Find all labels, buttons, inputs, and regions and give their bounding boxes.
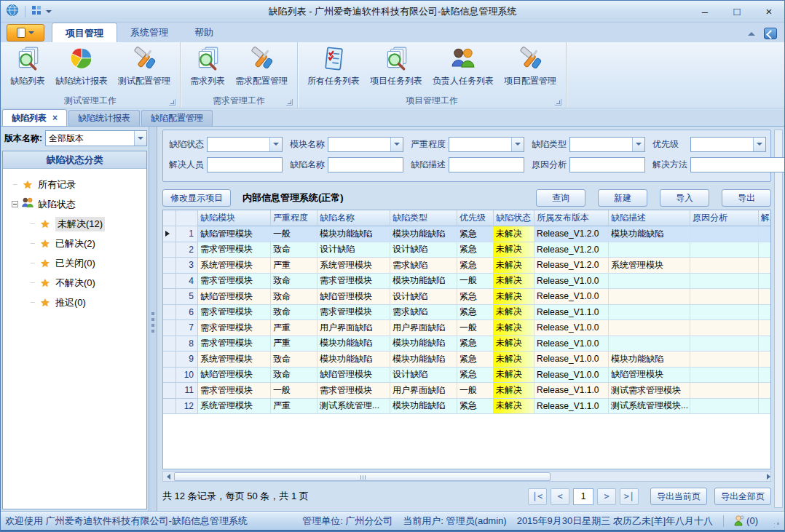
ribbon-button-测试配置管理[interactable]: 测试配置管理 <box>113 44 175 89</box>
tree-connector: ┈ <box>28 239 38 247</box>
tree-collapse-icon[interactable] <box>12 201 18 207</box>
application-menu-button[interactable] <box>7 24 44 41</box>
document-tab-缺陷统计报表[interactable]: 缺陷统计报表 <box>68 110 140 126</box>
combo-arrow-icon[interactable] <box>632 138 644 151</box>
close-button[interactable]: × <box>761 4 777 20</box>
export-current-page-button[interactable]: 导出当前页 <box>650 488 707 505</box>
table-row[interactable]: 12系统管理模块严重测试系统管理...模块功能缺陷紧急未解决Release_V1… <box>163 399 770 415</box>
scroll-left-icon[interactable] <box>163 472 174 481</box>
menu-tab-项目管理[interactable]: 项目管理 <box>52 23 117 42</box>
first-page-button[interactable]: |< <box>528 488 547 505</box>
filter-combo-严重程度[interactable] <box>449 137 524 152</box>
combo-arrow-icon[interactable] <box>390 138 403 151</box>
table-row[interactable]: 8需求管理模块严重模块功能缺陷模块功能缺陷紧急未解决Release_V1.0.0 <box>163 336 770 352</box>
tree-item-所有记录[interactable]: ┈★所有记录 <box>3 175 146 194</box>
cell-优先级: 紧急 <box>457 352 494 368</box>
tree-item-已关闭(0)[interactable]: ┈★已关闭(0) <box>3 253 146 273</box>
cell-严重程度: 严重 <box>271 320 317 336</box>
prev-page-button[interactable]: < <box>551 488 569 505</box>
version-combo-arrow-icon[interactable] <box>134 131 146 146</box>
action-button-查询[interactable]: 查询 <box>536 189 585 207</box>
filter-input-解决方法[interactable] <box>690 157 785 172</box>
combo-arrow-icon[interactable] <box>511 138 524 151</box>
filter-input-缺陷描述[interactable] <box>449 157 524 172</box>
action-button-导出[interactable]: 导出 <box>722 189 771 207</box>
filter-input-缺陷名称[interactable] <box>328 157 403 172</box>
filter-input-解决人员[interactable] <box>207 157 283 172</box>
tree-connector: ┈ <box>28 279 38 287</box>
column-header-缺陷描述[interactable]: 缺陷描述 <box>609 210 690 226</box>
action-button-导入[interactable]: 导入 <box>660 189 709 207</box>
ribbon-button-缺陷列表[interactable]: 缺陷列表 <box>5 44 50 89</box>
dialog-launcher-icon[interactable] <box>286 99 293 106</box>
sidebar-splitter[interactable] <box>149 127 157 511</box>
table-row[interactable]: 7需求管理模块严重用户界面缺陷用户界面缺陷一般未解决Release_V1.0.0 <box>163 320 770 336</box>
ribbon-button-需求配置管理[interactable]: 需求配置管理 <box>230 44 293 89</box>
modify-columns-button[interactable]: 修改显示项目 <box>162 189 231 207</box>
dialog-launcher-icon[interactable] <box>169 99 175 106</box>
table-row[interactable]: 10缺陷管理模块致命缺陷管理模块设计缺陷紧急未解决Release_V1.0.0缺… <box>163 368 770 384</box>
table-row[interactable]: 5缺陷管理模块致命缺陷管理模块设计缺陷紧急未解决Release_V1.0.0 <box>163 289 770 305</box>
export-all-pages-button[interactable]: 导出全部页 <box>714 488 771 505</box>
filter-combo-优先级[interactable] <box>690 137 766 152</box>
column-header-严重程度[interactable]: 严重程度 <box>271 210 317 226</box>
ribbon-button-项目配置管理[interactable]: 项目配置管理 <box>499 44 561 89</box>
quick-access-caret-icon[interactable] <box>46 10 52 13</box>
column-header-缺陷模块[interactable]: 缺陷模块 <box>198 210 271 226</box>
collapse-ribbon-icon[interactable] <box>748 32 755 36</box>
tree-item-推迟(0)[interactable]: ┈★推迟(0) <box>3 293 146 312</box>
current-user-text: 当前用户: 管理员(admin) <box>403 515 506 528</box>
action-button-新建[interactable]: 新建 <box>598 189 647 207</box>
page-number-input[interactable] <box>573 488 593 505</box>
table-row[interactable]: 6需求管理模块致命需求管理模块需求缺陷紧急未解决Release_V1.1.0 <box>163 305 770 321</box>
ribbon-button-负责人任务列表[interactable]: 负责人任务列表 <box>427 44 499 89</box>
last-page-button[interactable]: >| <box>620 488 639 505</box>
filter-combo-缺陷类型[interactable] <box>569 137 645 152</box>
table-row[interactable]: 9系统管理模块致命模块功能缺陷模块功能缺陷紧急未解决Release_V1.0.0… <box>163 352 770 368</box>
table-row[interactable]: 2需求管理模块致命设计缺陷设计缺陷紧急未解决Release_V1.2.0 <box>163 242 770 258</box>
column-header-优先级[interactable]: 优先级 <box>457 210 494 226</box>
table-row[interactable]: 1缺陷管理模块一般模块功能缺陷模块功能缺陷紧急未解决Release_V1.2.0… <box>163 226 770 242</box>
tree-item-不解决(0)[interactable]: ┈★不解决(0) <box>3 273 146 293</box>
filter-combo-模块名称[interactable] <box>328 137 403 152</box>
ribbon-button-需求列表[interactable]: 需求列表 <box>185 44 230 89</box>
ribbon-button-项目任务列表[interactable]: 项目任务列表 <box>365 44 427 89</box>
minimize-button[interactable]: – <box>697 4 713 20</box>
table-row[interactable]: 3系统管理模块严重系统管理模块需求缺陷紧急未解决Release_V1.2.0系统… <box>163 258 770 274</box>
menu-tab-系统管理[interactable]: 系统管理 <box>117 23 181 42</box>
document-tab-缺陷配置管理[interactable]: 缺陷配置管理 <box>141 110 213 126</box>
ribbon-button-所有任务列表[interactable]: 所有任务列表 <box>302 44 365 89</box>
cell-所属发布版本: Release_V1.1.0 <box>534 305 609 321</box>
about-app-icon[interactable] <box>764 28 777 39</box>
column-header-缺陷名称[interactable]: 缺陷名称 <box>317 210 390 226</box>
table-row[interactable]: 11需求管理模块一般需求管理模块用户界面缺陷一般未解决Release_V1.1.… <box>163 383 770 399</box>
menu-tab-帮助[interactable]: 帮助 <box>181 23 226 42</box>
column-header-缺陷状态[interactable]: 缺陷状态 <box>494 210 534 226</box>
scroll-right-icon[interactable] <box>760 472 770 481</box>
horizontal-scrollbar-thumb[interactable] <box>174 472 551 481</box>
version-combo[interactable]: 全部版本 <box>45 130 147 146</box>
close-tab-icon[interactable]: × <box>52 111 58 126</box>
document-tab-缺陷列表[interactable]: 缺陷列表× <box>2 109 67 126</box>
tree-item-未解决(12)[interactable]: ┈★未解决(12) <box>3 214 146 234</box>
quick-access-grid-icon[interactable] <box>31 5 42 17</box>
filter-input-原因分析[interactable] <box>569 157 645 172</box>
table-row[interactable]: 4需求管理模块致命需求管理模块模块功能缺陷一般未解决Release_V1.0.0 <box>163 274 770 290</box>
column-header-所属发布版本[interactable]: 所属发布版本 <box>534 210 609 226</box>
next-page-button[interactable]: > <box>597 488 616 505</box>
resize-grip[interactable] <box>771 517 780 525</box>
dialog-launcher-icon[interactable] <box>555 99 561 106</box>
tree-item-已解决(2)[interactable]: ┈★已解决(2) <box>3 234 146 253</box>
combo-arrow-icon[interactable] <box>753 138 765 151</box>
horizontal-scrollbar[interactable] <box>162 471 771 482</box>
filter-combo-缺陷状态[interactable] <box>207 137 283 152</box>
vertical-scrollbar[interactable] <box>774 130 783 508</box>
maximize-button[interactable]: □ <box>729 4 745 20</box>
tree-item-缺陷状态[interactable]: 缺陷状态 <box>3 194 146 214</box>
column-header-缺陷类型[interactable]: 缺陷类型 <box>390 210 457 226</box>
column-header-解决方法[interactable]: 解决方法 <box>759 210 770 226</box>
column-header-原因分析[interactable]: 原因分析 <box>690 210 759 226</box>
app-globe-icon[interactable] <box>6 4 19 19</box>
combo-arrow-icon[interactable] <box>269 138 282 151</box>
ribbon-button-缺陷统计报表[interactable]: 缺陷统计报表 <box>50 44 113 89</box>
